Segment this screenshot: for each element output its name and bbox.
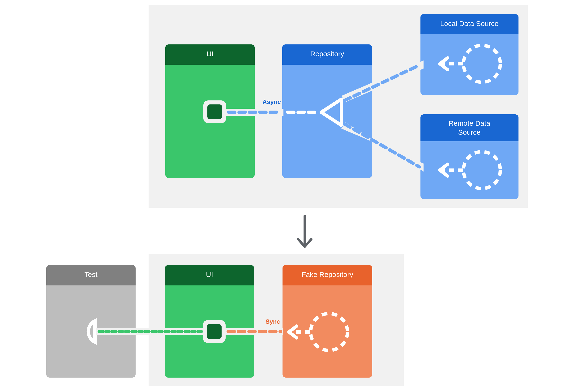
ui-title-bottom: UI xyxy=(206,270,213,278)
sync-label: Sync xyxy=(266,318,280,325)
remote-data-source-title-l2: Source xyxy=(458,128,480,136)
svg-rect-32 xyxy=(165,281,254,286)
remote-data-source-title-l1: Remote Data xyxy=(449,119,490,127)
svg-rect-37 xyxy=(283,281,372,286)
repository-title: Repository xyxy=(310,50,344,58)
test-box: Test xyxy=(46,265,136,378)
svg-rect-10 xyxy=(420,29,518,34)
fake-repository-box: Fake Repository xyxy=(283,265,372,378)
local-data-source-box: Local Data Source xyxy=(420,14,518,95)
svg-rect-15 xyxy=(420,137,518,141)
ui-box-bottom: UI xyxy=(165,265,254,378)
diagram-svg: UI Repository Local Data Source Remote D… xyxy=(0,0,574,392)
fake-repository-title: Fake Repository xyxy=(302,270,353,278)
connector-test-ui xyxy=(96,328,203,335)
svg-rect-4 xyxy=(207,104,222,119)
local-data-source-title: Local Data Source xyxy=(440,20,499,27)
remote-data-source-box: Remote Data Source xyxy=(420,114,518,199)
svg-rect-2 xyxy=(165,60,255,65)
architecture-diagram: UI Repository Local Data Source Remote D… xyxy=(0,0,574,392)
svg-rect-34 xyxy=(207,324,222,339)
down-arrow-icon xyxy=(298,216,311,247)
svg-rect-7 xyxy=(282,60,372,65)
svg-rect-29 xyxy=(46,281,136,286)
ui-title-top: UI xyxy=(206,50,214,58)
async-label: Async xyxy=(263,98,281,105)
test-title: Test xyxy=(84,270,98,278)
